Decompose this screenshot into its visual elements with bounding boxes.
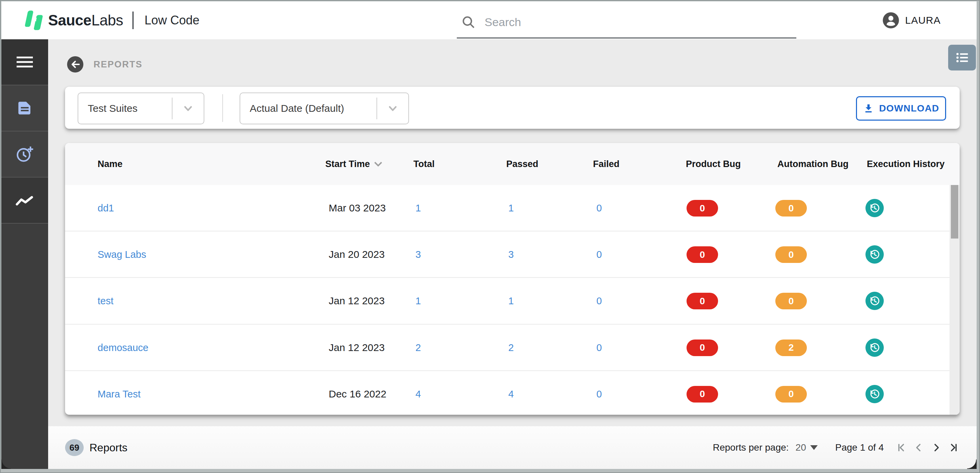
total-link[interactable]: 1	[415, 278, 421, 324]
back-arrow-icon	[70, 59, 80, 70]
window-border-top	[0, 0, 980, 2]
table-row[interactable]: dd1 Mar 03 2023 1 1 0 0 0	[65, 185, 960, 231]
passed-link[interactable]: 3	[508, 231, 514, 277]
history-icon	[869, 249, 880, 260]
product-bug-badge[interactable]: 0	[687, 246, 718, 263]
history-icon	[869, 388, 880, 400]
top-header: SauceLabs Low Code Search LAURA	[2, 2, 977, 39]
product-bug-badge[interactable]: 0	[687, 386, 718, 403]
report-name-link[interactable]: dd1	[98, 185, 114, 231]
automation-bug-badge[interactable]: 0	[775, 246, 807, 263]
total-link[interactable]: 4	[415, 371, 421, 415]
suite-filter-dropdown[interactable]: Test Suites	[78, 92, 204, 124]
date-filter-value: Actual Date (Default)	[250, 103, 377, 114]
download-icon	[863, 103, 874, 114]
previous-page-icon[interactable]	[913, 442, 924, 453]
automation-bug-badge[interactable]: 0	[775, 386, 807, 403]
report-name-link[interactable]: test	[98, 278, 113, 324]
sort-descending-icon[interactable]	[374, 160, 383, 168]
suite-filter-value: Test Suites	[88, 103, 172, 114]
failed-link[interactable]: 0	[597, 185, 602, 231]
list-view-button[interactable]	[948, 45, 976, 70]
window-border-right	[977, 0, 980, 473]
reports-table: Name Start Time Total Passed Failed Prod…	[65, 143, 960, 415]
per-page-value[interactable]: 20	[795, 442, 806, 453]
back-button[interactable]	[67, 56, 83, 73]
passed-link[interactable]: 4	[508, 371, 514, 415]
sidebar-item-insights[interactable]	[2, 178, 48, 224]
window-border-left	[0, 0, 2, 473]
automation-bug-badge[interactable]: 0	[775, 200, 807, 217]
automation-bug-badge[interactable]: 2	[775, 339, 807, 356]
trend-line-icon	[15, 193, 35, 207]
start-time-cell: Mar 03 2023	[329, 185, 386, 231]
saucelabs-logo-icon	[24, 10, 43, 31]
column-execution-history[interactable]: Execution History	[867, 143, 945, 185]
column-automation-bug[interactable]: Automation Bug	[777, 143, 848, 185]
table-scrollbar-thumb[interactable]	[951, 185, 958, 239]
column-failed[interactable]: Failed	[593, 143, 619, 185]
table-header: Name Start Time Total Passed Failed Prod…	[65, 143, 960, 185]
report-name-link[interactable]: demosauce	[98, 325, 148, 371]
window-corner-right	[967, 459, 977, 469]
product-bug-badge[interactable]: 0	[687, 293, 718, 309]
execution-history-button[interactable]	[865, 199, 884, 217]
report-count-label: Reports	[89, 426, 127, 469]
table-body: dd1 Mar 03 2023 1 1 0 0 0 Swag Labs Jan …	[65, 185, 960, 415]
passed-link[interactable]: 1	[508, 278, 514, 324]
failed-link[interactable]: 0	[597, 278, 602, 324]
column-total[interactable]: Total	[414, 143, 435, 185]
passed-link[interactable]: 1	[508, 185, 514, 231]
table-row[interactable]: Swag Labs Jan 20 2023 3 3 0 0 0	[65, 231, 960, 278]
list-view-icon	[954, 50, 970, 65]
search-placeholder: Search	[485, 16, 521, 29]
product-bug-badge[interactable]: 0	[687, 200, 718, 217]
page-info: Page 1 of 4	[835, 442, 884, 453]
sidebar-item-schedule[interactable]	[2, 131, 48, 178]
column-product-bug[interactable]: Product Bug	[686, 143, 741, 185]
column-passed[interactable]: Passed	[506, 143, 538, 185]
product-bug-badge[interactable]: 0	[687, 339, 718, 356]
column-start-time[interactable]: Start Time	[325, 143, 370, 185]
page-title: REPORTS	[94, 59, 143, 70]
report-name-link[interactable]: Mara Test	[98, 371, 141, 415]
failed-link[interactable]: 0	[597, 231, 602, 277]
total-link[interactable]: 1	[415, 185, 421, 231]
execution-history-button[interactable]	[865, 339, 884, 357]
sidebar-item-reports[interactable]	[2, 85, 48, 131]
last-page-icon[interactable]	[947, 442, 958, 453]
failed-link[interactable]: 0	[597, 371, 602, 415]
filter-bar: Test Suites Actual Date (Default) DOWNLO…	[65, 87, 960, 129]
passed-link[interactable]: 2	[508, 325, 514, 371]
footer-bar: 69 Reports Reports per page: 20 Page 1 o…	[48, 426, 977, 469]
total-link[interactable]: 2	[415, 325, 421, 371]
table-row[interactable]: test Jan 12 2023 1 1 0 0 0	[65, 278, 960, 324]
per-page-dropdown-icon[interactable]	[810, 445, 818, 450]
start-time-cell: Dec 16 2022	[329, 371, 386, 415]
sidebar-menu-button[interactable]	[2, 39, 48, 85]
download-button[interactable]: DOWNLOAD	[856, 96, 946, 121]
first-page-icon[interactable]	[897, 442, 907, 453]
app-window: SauceLabs Low Code Search LAURA	[0, 0, 980, 473]
table-row[interactable]: Mara Test Dec 16 2022 4 4 0 0 0	[65, 371, 960, 415]
search-input[interactable]: Search	[457, 7, 796, 39]
brand: SauceLabs Low Code	[24, 2, 200, 39]
chevron-down-icon	[387, 102, 399, 115]
execution-history-button[interactable]	[865, 385, 884, 403]
table-row[interactable]: demosauce Jan 12 2023 2 2 0 0 2	[65, 325, 960, 371]
column-name[interactable]: Name	[98, 143, 123, 185]
total-link[interactable]: 3	[415, 231, 421, 277]
automation-bug-badge[interactable]: 0	[775, 293, 807, 309]
pagination: Reports per page: 20 Page 1 of 4	[713, 426, 958, 469]
date-filter-dropdown[interactable]: Actual Date (Default)	[240, 92, 409, 124]
report-name-link[interactable]: Swag Labs	[98, 231, 146, 277]
failed-link[interactable]: 0	[597, 325, 602, 371]
execution-history-button[interactable]	[865, 245, 884, 264]
next-page-icon[interactable]	[931, 442, 941, 453]
execution-history-button[interactable]	[865, 292, 884, 310]
user-name: LAURA	[905, 14, 941, 26]
hamburger-icon	[16, 55, 33, 69]
filter-divider	[222, 94, 223, 122]
user-menu[interactable]: LAURA	[882, 2, 941, 39]
download-label: DOWNLOAD	[879, 103, 939, 114]
